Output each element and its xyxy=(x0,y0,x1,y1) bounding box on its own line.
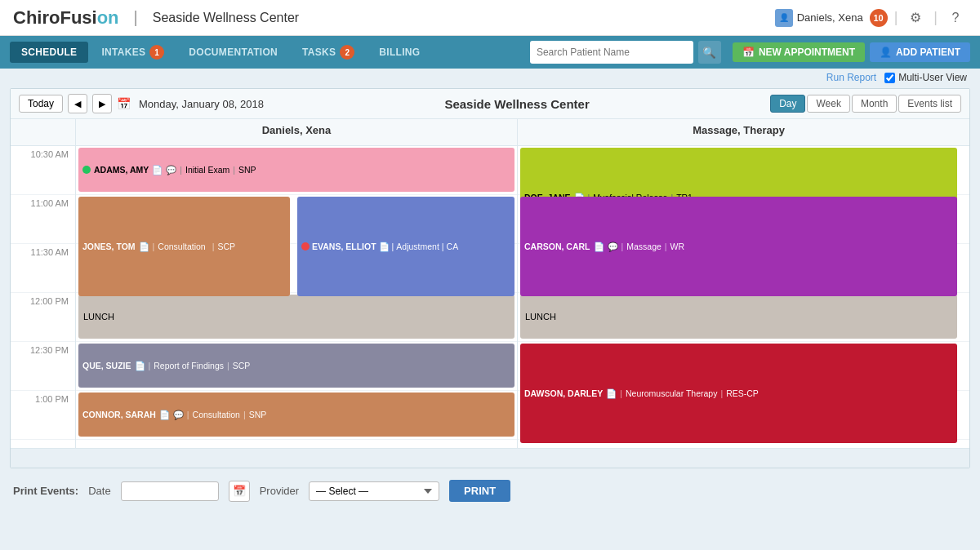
calendar-grid: Daniels, Xena Massage, Therapy 10:30 AM … xyxy=(11,119,969,468)
multi-user-label[interactable]: Multi-User View xyxy=(884,72,967,83)
search-box[interactable] xyxy=(530,41,693,64)
print-footer: Print Events: Date 📅 Provider — Select —… xyxy=(0,472,980,510)
appt-name: JONES, TOM xyxy=(82,242,136,251)
appt-sep: | xyxy=(621,242,624,251)
appt-name: DAWSON, DARLEY xyxy=(524,388,603,398)
multi-user-checkbox[interactable] xyxy=(884,73,895,83)
user-name: Daniels, Xena xyxy=(797,11,863,24)
date-label: Date xyxy=(88,485,110,497)
time-1100: 11:00 AM xyxy=(11,195,76,244)
appt-type: Initial Exam xyxy=(185,165,229,175)
appt-msg-icon: 💬 xyxy=(608,242,618,252)
tasks-badge: 2 xyxy=(340,45,354,60)
app-header: ChiroFusion | Seaside Wellness Center 👤 … xyxy=(0,0,980,36)
appt-doc-icon: 📄 xyxy=(152,165,163,175)
appt-type: Report of Findings xyxy=(154,361,224,370)
settings-icon[interactable]: ⚙ xyxy=(904,7,927,29)
appt-name: QUE, SUZIE xyxy=(82,361,131,370)
appt-adams-amy[interactable]: ADAMS, AMY 📄 💬 | Initial Exam | SNP xyxy=(78,148,514,192)
search-button[interactable]: 🔍 xyxy=(698,41,721,64)
lunch-label: LUNCH xyxy=(83,312,114,322)
appt-sep2: | xyxy=(665,242,667,251)
appt-name: CONNOR, SARAH xyxy=(82,410,156,419)
header-sep2: | xyxy=(933,9,938,26)
status-dot-green xyxy=(82,166,91,174)
cell-massage-1200: LUNCH xyxy=(518,293,960,342)
help-icon[interactable]: ? xyxy=(944,7,967,29)
view-month-button[interactable]: Month xyxy=(852,95,897,113)
appt-code: SCP xyxy=(233,361,251,370)
appt-lunch-daniels[interactable]: LUNCH xyxy=(78,295,514,339)
provider-label: Provider xyxy=(260,485,299,497)
time-1230: 12:30 PM xyxy=(11,342,76,391)
nav-billing[interactable]: BILLING xyxy=(368,42,431,63)
nav-tasks[interactable]: TASKS 2 xyxy=(291,40,366,64)
today-button[interactable]: Today xyxy=(19,95,63,113)
nav-schedule[interactable]: SCHEDULE xyxy=(10,42,88,63)
appt-jones-tom[interactable]: JONES, TOM 📄 | Consultation | SCP xyxy=(78,197,290,296)
appt-dawson-darley[interactable]: DAWSON, DARLEY 📄 | Neuromuscular Therapy… xyxy=(520,344,957,443)
appt-connor-sarah[interactable]: CONNOR, SARAH 📄 💬 | Consultation | SNP xyxy=(78,393,514,437)
appt-sep: | xyxy=(620,388,622,398)
cell-daniels-1030: ADAMS, AMY 📄 💬 | Initial Exam | SNP xyxy=(76,146,518,195)
appt-type: Adjustment xyxy=(396,242,439,251)
appt-name: EVANS, ELLIOT xyxy=(312,242,376,251)
header-right: 👤 Daniels, Xena 10 | ⚙ | ? xyxy=(775,7,967,29)
time-100: 1:00 PM xyxy=(11,391,76,440)
time-1030: 10:30 AM xyxy=(11,146,76,195)
calendar-toolbar: Run Report Multi-User View xyxy=(0,69,980,85)
view-week-button[interactable]: Week xyxy=(807,95,849,113)
print-date-input[interactable] xyxy=(121,481,219,501)
cell-daniels-1230: QUE, SUZIE 📄 | Report of Findings | SCP xyxy=(76,342,518,391)
print-button[interactable]: PRINT xyxy=(449,480,510,502)
logo-text: ChiroFusion xyxy=(13,7,119,29)
appt-doc-icon: 📄 xyxy=(379,242,390,252)
view-day-button[interactable]: Day xyxy=(770,95,805,113)
appt-doc-icon: 📄 xyxy=(159,410,170,420)
action-buttons: 📅 NEW APPOINTMENT 👤 ADD PATIENT xyxy=(733,42,970,62)
appt-sep2: | xyxy=(233,165,235,175)
logo: ChiroFusion | Seaside Wellness Center xyxy=(13,7,299,29)
nav-intakes[interactable]: INTAKES 1 xyxy=(90,40,176,64)
appt-lunch-massage[interactable]: LUNCH xyxy=(520,295,957,339)
appt-que-suzie[interactable]: QUE, SUZIE 📄 | Report of Findings | SCP xyxy=(78,344,514,388)
nav-documentation[interactable]: DOCUMENTATION xyxy=(177,42,289,63)
nav-search: 🔍 xyxy=(530,41,721,64)
calendar-plus-icon: 📅 xyxy=(742,47,755,58)
provider2-header: Massage, Therapy xyxy=(518,119,960,145)
appt-type: Consultation xyxy=(193,410,240,419)
appt-type: Massage xyxy=(626,242,662,251)
next-arrow[interactable]: ▶ xyxy=(92,94,112,113)
appt-sep: | xyxy=(180,165,182,175)
appt-evans-elliot[interactable]: EVANS, ELLIOT 📄 | Adjustment | CA xyxy=(297,197,514,296)
view-events-button[interactable]: Events list xyxy=(898,95,961,113)
search-input[interactable] xyxy=(537,47,687,58)
appt-sep2: | xyxy=(212,242,215,251)
calendar-date-icon[interactable]: 📅 xyxy=(117,97,131,110)
cell-daniels-1200: LUNCH xyxy=(76,293,518,342)
calendar-picker-icon[interactable]: 📅 xyxy=(229,481,250,502)
appt-code: WR xyxy=(670,242,685,251)
calendar-date-text: Monday, January 08, 2018 xyxy=(139,98,264,110)
user-info[interactable]: 👤 Daniels, Xena xyxy=(775,9,863,27)
notification-badge[interactable]: 10 xyxy=(870,9,888,27)
prev-arrow[interactable]: ◀ xyxy=(68,94,87,113)
cell-massage-1100: CARSON, CARL 📄 💬 | Massage | WR xyxy=(518,195,960,244)
header-sep: | xyxy=(894,9,898,26)
appt-name: ADAMS, AMY xyxy=(94,165,149,175)
view-buttons: Day Week Month Events list xyxy=(770,95,961,113)
appt-msg-icon: 💬 xyxy=(166,165,176,175)
user-icon: 👤 xyxy=(775,9,793,27)
new-appointment-button[interactable]: 📅 NEW APPOINTMENT xyxy=(733,42,865,62)
appt-carson-carl[interactable]: CARSON, CARL 📄 💬 | Massage | WR xyxy=(520,197,957,296)
run-report-link[interactable]: Run Report xyxy=(826,72,876,83)
main-nav: SCHEDULE INTAKES 1 DOCUMENTATION TASKS 2… xyxy=(0,36,980,69)
time-1200: 12:00 PM xyxy=(11,293,76,342)
appt-msg-icon: 💬 xyxy=(173,410,184,420)
appt-sep2: | xyxy=(442,242,444,251)
appt-sep: | xyxy=(153,242,155,251)
add-patient-button[interactable]: 👤 ADD PATIENT xyxy=(870,42,970,62)
print-events-label: Print Events: xyxy=(13,485,78,497)
provider-select[interactable]: — Select — xyxy=(309,481,439,501)
cell-daniels-100: CONNOR, SARAH 📄 💬 | Consultation | SNP xyxy=(76,391,518,440)
